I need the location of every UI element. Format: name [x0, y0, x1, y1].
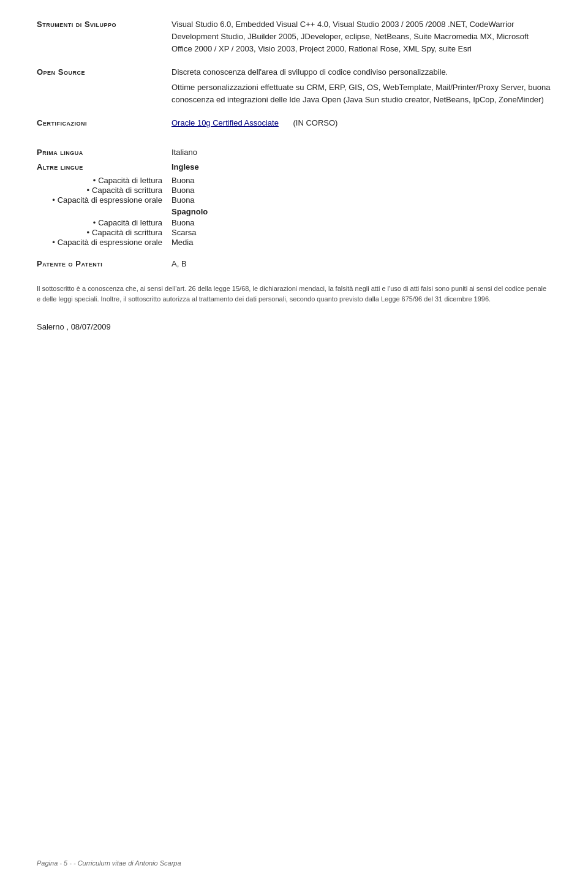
- spagnolo-scrittura-label: •Capacità di scrittura: [37, 228, 172, 237]
- bullet-2: •: [87, 186, 90, 195]
- inglese-lettura-row: •Capacità di lettura Buona: [37, 176, 551, 185]
- inglese-espressione-value: Buona: [172, 195, 195, 205]
- altre-lingue-header: Altre lingue Inglese: [37, 161, 551, 175]
- spagnolo-scrittura-row: •Capacità di scrittura Scarsa: [37, 228, 551, 237]
- legal-text: Il sottoscritto è a conoscenza che, ai s…: [37, 284, 551, 304]
- open-source-content: Discreta conoscenza dell'area di svilupp…: [172, 66, 551, 105]
- open-source-section: Open Source Discreta conoscenza dell'are…: [37, 66, 551, 105]
- prima-lingua-section: Prima lingua Italiano: [37, 146, 551, 159]
- inglese-lettura-label: •Capacità di lettura: [37, 176, 172, 185]
- spagnolo-lettura-row: •Capacità di lettura Buona: [37, 218, 551, 227]
- altre-lingue-label: Altre lingue: [37, 161, 172, 172]
- open-source-text-2: Ottime personalizzazioni effettuate su C…: [172, 81, 551, 106]
- inglese-lettura-value: Buona: [172, 176, 195, 185]
- patente-section: Patente o Patenti A, B: [37, 258, 551, 270]
- bullet-5: •: [87, 228, 90, 237]
- inglese-scrittura-row: •Capacità di scrittura Buona: [37, 186, 551, 195]
- spagnolo-lettura-label: •Capacità di lettura: [37, 218, 172, 227]
- inglese-scrittura-label: •Capacità di scrittura: [37, 186, 172, 195]
- bullet-4: •: [93, 218, 96, 227]
- certificazioni-label: Certificazioni: [37, 117, 172, 127]
- bullet-6: •: [52, 238, 55, 247]
- strumenti-content: Visual Studio 6.0, Embedded Visual C++ 4…: [172, 18, 551, 55]
- spagnolo-espressione-value: Media: [172, 238, 193, 247]
- spagnolo-heading: Spagnolo: [172, 207, 208, 216]
- inglese-espressione-row: •Capacità di espressione orale Buona: [37, 195, 551, 205]
- inglese-espressione-label: •Capacità di espressione orale: [37, 195, 172, 205]
- spagnolo-lettura-value: Buona: [172, 218, 195, 227]
- spagnolo-espressione-label: •Capacità di espressione orale: [37, 238, 172, 247]
- strumenti-section: Strumenti di Sviluppo Visual Studio 6.0,…: [37, 18, 551, 55]
- altre-lingue-content: Inglese: [172, 161, 551, 175]
- certificazioni-content: Oracle 10g Certified Associate (IN CORSO…: [172, 117, 551, 129]
- cert-link[interactable]: Oracle 10g Certified Associate: [172, 118, 279, 127]
- footer-text: Pagina - 5 - - Curriculum vitae di Anton…: [37, 859, 181, 867]
- open-source-text-1: Discreta conoscenza dell'area di svilupp…: [172, 66, 551, 78]
- patente-label: Patente o Patenti: [37, 258, 172, 268]
- page: Strumenti di Sviluppo Visual Studio 6.0,…: [0, 0, 588, 879]
- date-location: Salerno , 08/07/2009: [37, 322, 551, 331]
- prima-lingua-label: Prima lingua: [37, 146, 172, 157]
- bullet-1: •: [93, 176, 96, 185]
- open-source-label: Open Source: [37, 66, 172, 77]
- certificazioni-section: Certificazioni Oracle 10g Certified Asso…: [37, 117, 551, 129]
- spagnolo-scrittura-value: Scarsa: [172, 228, 196, 237]
- prima-lingua-value: Italiano: [172, 146, 551, 159]
- spagnolo-espressione-row: •Capacità di espressione orale Media: [37, 238, 551, 247]
- strumenti-label: Strumenti di Sviluppo: [37, 18, 172, 29]
- patente-value: A, B: [172, 258, 551, 270]
- cert-status: (IN CORSO): [293, 118, 338, 127]
- inglese-scrittura-value: Buona: [172, 186, 195, 195]
- bullet-3: •: [52, 195, 55, 205]
- inglese-heading: Inglese: [172, 161, 551, 173]
- spagnolo-heading-row: Spagnolo: [37, 207, 551, 217]
